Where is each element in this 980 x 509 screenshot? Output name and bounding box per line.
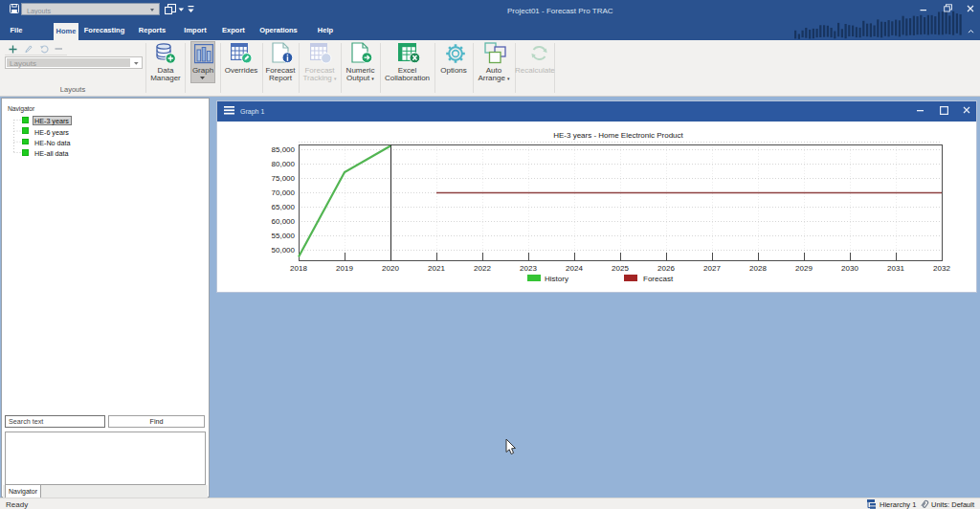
svg-text:55,000: 55,000 (272, 232, 296, 240)
svg-text:50,000: 50,000 (272, 246, 296, 254)
svg-text:2032: 2032 (933, 264, 950, 273)
svg-text:2027: 2027 (703, 264, 721, 273)
svg-text:75,000: 75,000 (272, 174, 296, 183)
svg-text:2021: 2021 (428, 264, 445, 273)
svg-text:80,000: 80,000 (272, 160, 296, 168)
svg-text:2023: 2023 (520, 264, 537, 273)
svg-text:2020: 2020 (382, 264, 399, 273)
svg-text:65,000: 65,000 (272, 203, 296, 211)
svg-text:2018: 2018 (290, 264, 307, 273)
svg-text:HE-3 years - Home Electronic P: HE-3 years - Home Electronic Product (553, 131, 683, 140)
svg-text:2028: 2028 (749, 264, 767, 273)
svg-text:2019: 2019 (336, 264, 353, 273)
svg-text:2031: 2031 (887, 264, 904, 273)
svg-text:2022: 2022 (474, 264, 491, 273)
svg-text:History: History (545, 275, 568, 283)
svg-text:2025: 2025 (612, 264, 629, 273)
svg-text:70,000: 70,000 (272, 188, 296, 197)
svg-text:2029: 2029 (795, 264, 813, 273)
svg-text:2030: 2030 (841, 264, 858, 273)
svg-text:2024: 2024 (566, 264, 583, 273)
svg-text:Forecast: Forecast (643, 275, 674, 283)
svg-text:2026: 2026 (657, 264, 675, 273)
svg-text:60,000: 60,000 (272, 217, 296, 226)
svg-text:85,000: 85,000 (272, 145, 296, 154)
